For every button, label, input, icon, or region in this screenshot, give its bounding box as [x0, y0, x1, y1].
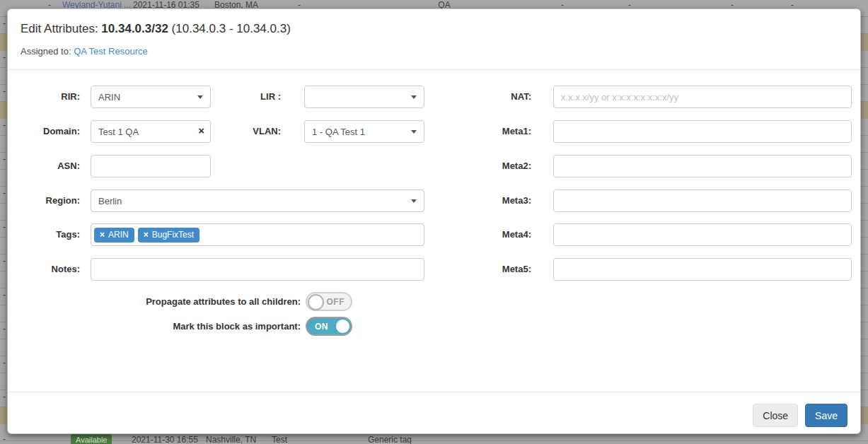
table-cell: - — [3, 324, 6, 334]
table-cell: - — [3, 392, 6, 402]
lir-select[interactable] — [304, 86, 424, 108]
table-cell: - — [3, 86, 6, 96]
table-cell: - — [3, 52, 6, 62]
assigned-to-line: Assigned to: QA Test Resource — [21, 46, 148, 57]
clear-icon[interactable]: × — [198, 125, 204, 136]
important-toggle[interactable]: ON — [306, 317, 352, 336]
vlan-select[interactable]: 1 - QA Test 1 — [304, 120, 424, 143]
toggle-knob — [308, 294, 324, 310]
caret-down-icon — [411, 95, 417, 99]
table-cell: - — [3, 222, 6, 232]
remove-tag-icon[interactable]: × — [144, 230, 149, 240]
meta2-input[interactable] — [553, 155, 852, 177]
meta3-label: Meta3: — [461, 189, 531, 212]
asn-label: ASN: — [8, 155, 80, 177]
toggle-state-label: ON — [315, 322, 328, 332]
caret-down-icon — [411, 199, 417, 203]
assigned-resource-link[interactable]: QA Test Resource — [74, 46, 148, 57]
domain-input[interactable] — [91, 120, 211, 143]
tags-input[interactable]: × ARIN × BugFixTest — [91, 223, 424, 246]
remove-tag-icon[interactable]: × — [100, 230, 105, 240]
nat-input[interactable] — [553, 86, 852, 108]
table-cell: - — [3, 154, 6, 164]
table-cell: - — [3, 434, 6, 444]
modal-title-range: (10.34.0.3 - 10.34.0.3) — [168, 22, 291, 35]
notes-label: Notes: — [8, 258, 80, 281]
table-cell: Test — [272, 435, 287, 444]
meta5-input[interactable] — [553, 258, 852, 281]
assigned-to-label: Assigned to: — [21, 46, 74, 57]
table-cell: 2021-11-30 16:55 — [132, 435, 198, 444]
modal-title-prefix: Edit Attributes: — [21, 22, 101, 35]
tags-label: Tags: — [8, 223, 80, 246]
caret-down-icon — [411, 130, 417, 134]
propagate-toggle-label: Propagate attributes to all children: — [114, 292, 301, 311]
meta2-label: Meta2: — [461, 155, 531, 177]
table-cell: - — [3, 358, 6, 368]
meta5-label: Meta5: — [461, 258, 531, 281]
table-cell: Generic tag — [368, 435, 412, 444]
rir-select-value: ARIN — [98, 92, 120, 103]
meta3-input[interactable] — [553, 189, 852, 212]
tag-chip: × ARIN — [94, 228, 134, 243]
table-cell: - — [3, 290, 6, 300]
footer-divider — [8, 392, 860, 392]
modal-footer: Close Save — [8, 404, 860, 427]
lir-label: LIR : — [220, 86, 281, 108]
save-button[interactable]: Save — [805, 404, 847, 427]
caret-down-icon — [197, 95, 203, 99]
table-cell: - — [3, 18, 6, 28]
meta1-label: Meta1: — [461, 120, 531, 143]
nat-label: NAT: — [461, 86, 531, 108]
domain-label: Domain: — [8, 120, 80, 143]
status-badge: Available — [71, 434, 112, 444]
modal-title: Edit Attributes: 10.34.0.3/32 (10.34.0.3… — [21, 22, 291, 36]
header-divider — [8, 69, 860, 70]
tag-chip: × BugFixTest — [138, 228, 199, 243]
region-select[interactable]: Berlin — [91, 189, 424, 212]
rir-select[interactable]: ARIN — [91, 86, 211, 108]
modal-title-cidr: 10.34.0.3/32 — [101, 22, 168, 35]
region-label: Region: — [8, 189, 80, 212]
toggle-knob — [336, 320, 349, 333]
toggle-state-label: OFF — [327, 297, 345, 307]
meta1-input[interactable] — [553, 120, 852, 143]
tag-chip-label: BugFixTest — [152, 230, 194, 240]
table-cell: Nashville, TN — [206, 435, 256, 444]
region-select-value: Berlin — [98, 196, 122, 206]
meta4-input[interactable] — [553, 223, 852, 246]
tag-chip-label: ARIN — [108, 230, 129, 240]
close-button[interactable]: Close — [753, 404, 798, 427]
vlan-select-value: 1 - QA Test 1 — [312, 127, 365, 137]
domain-field: × — [91, 120, 211, 143]
table-cell: - — [3, 256, 6, 266]
table-cell: - — [3, 120, 6, 130]
vlan-label: VLAN: — [220, 120, 281, 143]
notes-input[interactable] — [91, 258, 424, 281]
rir-label: RIR: — [8, 86, 80, 108]
table-cell: - — [3, 188, 6, 198]
edit-attributes-modal: Edit Attributes: 10.34.0.3/32 (10.34.0.3… — [7, 8, 861, 434]
propagate-toggle[interactable]: OFF — [306, 292, 352, 311]
important-toggle-label: Mark this block as important: — [114, 317, 301, 336]
meta4-label: Meta4: — [461, 223, 531, 246]
asn-input[interactable] — [91, 155, 211, 177]
